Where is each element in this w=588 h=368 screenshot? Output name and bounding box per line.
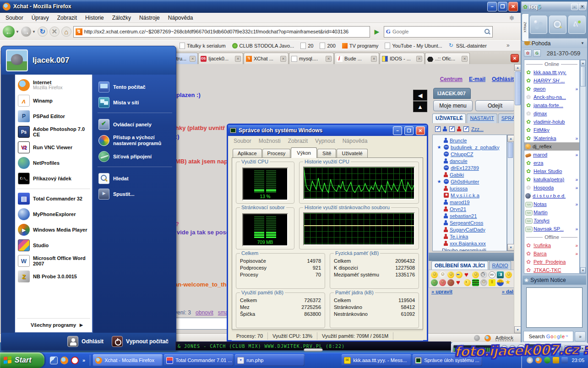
- more-icon[interactable]: »: [575, 243, 578, 248]
- chat-user-row[interactable]: Te.j.inka: [433, 233, 506, 240]
- more-icon[interactable]: »: [575, 136, 578, 141]
- chat-back-button[interactable]: ◀: [413, 90, 427, 101]
- edit-smileys-link[interactable]: » upravit: [431, 289, 452, 294]
- menu-item[interactable]: Soubor: [231, 137, 254, 145]
- icq-contact[interactable]: vladimir-holub: [524, 118, 579, 126]
- scroll-thumb[interactable]: [515, 71, 521, 105]
- tray-icon[interactable]: [553, 357, 559, 363]
- more-icon[interactable]: »: [575, 87, 578, 92]
- user-name[interactable]: marod19: [450, 200, 469, 205]
- menu-item[interactable]: Záložky: [109, 13, 135, 22]
- user-name[interactable]: ChluppCZ: [451, 152, 474, 157]
- contact-name[interactable]: erza: [534, 160, 543, 166]
- icq-scrollbar[interactable]: ▲ ▼: [580, 60, 586, 274]
- email-link[interactable]: E-mail: [469, 76, 485, 82]
- smiley-icon[interactable]: [447, 279, 454, 286]
- user-list-scrollbar[interactable]: ▲ ▼: [507, 135, 514, 251]
- restore-button[interactable]: ❐: [498, 2, 507, 11]
- smiley-icon[interactable]: [505, 271, 512, 278]
- tab-close-icon[interactable]: ✕: [326, 56, 332, 62]
- contact-name[interactable]: dj_reflex: [533, 144, 552, 149]
- xtraz-button[interactable]: [568, 16, 586, 34]
- chat-user-row[interactable]: dlrEx123789: [433, 164, 506, 171]
- icq-contact[interactable]: qwon »: [524, 85, 579, 93]
- tray-icon[interactable]: [561, 357, 568, 363]
- firefox-titlebar[interactable]: Xchat - Mozilla Firefox – ❐ ✕: [0, 0, 521, 13]
- start-menu-item[interactable]: Run VNC Viewer: [17, 140, 90, 155]
- icq-contact[interactable]: Hospoda »: [524, 184, 579, 192]
- icq-contact[interactable]: Petr_Prodejna: [524, 258, 579, 266]
- chat-user-row[interactable]: Bruncle: [433, 137, 506, 144]
- icq-status-row[interactable]: Pohoda ▼: [522, 38, 587, 48]
- flower-grid-icon[interactable]: ✿: [524, 49, 532, 57]
- contact-name[interactable]: d.i.s.t.u.r.b.e.d.: [533, 193, 566, 199]
- smiley-icon[interactable]: [439, 271, 446, 278]
- icq-contact[interactable]: Anck-shu-na...: [524, 93, 579, 101]
- taskbar-window-button[interactable]: run.php: [235, 354, 305, 366]
- user-name[interactable]: dancule: [450, 158, 468, 164]
- start-menu-item[interactable]: Windows Media Player: [17, 222, 90, 238]
- browser-tab[interactable]: ..:: Ofic... ✕: [425, 53, 470, 64]
- xtraz-tab[interactable]: XTRAZ: [522, 13, 528, 42]
- logout-link[interactable]: Odhlásit: [492, 76, 514, 82]
- scroll-down-icon[interactable]: ▼: [507, 244, 514, 251]
- scroll-up-icon[interactable]: ▲: [580, 60, 586, 66]
- tab-close-icon[interactable]: ✕: [462, 56, 468, 62]
- chat-user-row[interactable]: SergeantCross: [433, 219, 506, 226]
- contact-name[interactable]: HARRY SH ...: [534, 78, 565, 83]
- user-name[interactable]: budulinek_z_pohadky: [451, 145, 499, 150]
- bookmark-item[interactable]: Titulky k serialum: [180, 43, 226, 49]
- smiley-icon[interactable]: [472, 279, 479, 286]
- firefox-status-icon[interactable]: [485, 335, 491, 341]
- user-name[interactable]: SugaryCatDady: [450, 227, 485, 233]
- zzz-filter-link[interactable]: Zzz...: [471, 126, 484, 132]
- user-name[interactable]: xxx.Bajanka.xxx: [450, 241, 486, 246]
- system-notice-bar[interactable]: ❀ System Notice: [523, 276, 586, 285]
- close-button[interactable]: ✕: [416, 126, 425, 135]
- start-menu-item[interactable]: Místa v síti: [98, 95, 172, 113]
- chat-user-row[interactable]: Oryn21: [433, 206, 506, 212]
- start-menu-item[interactable]: Winamp: [17, 93, 90, 108]
- contact-name[interactable]: Notas: [534, 201, 547, 207]
- forward-dropdown-icon[interactable]: ▼: [32, 30, 36, 34]
- icq-contact[interactable]: FitMiky: [524, 126, 579, 134]
- chat-user-row[interactable]: Gabiki: [433, 171, 506, 178]
- user-name[interactable]: sebastian21: [450, 213, 477, 219]
- start-menu-item[interactable]: Ovládací panely: [98, 117, 172, 132]
- close-button[interactable]: ✕: [579, 4, 586, 10]
- task-manager-tab[interactable]: Uživatelé: [337, 149, 367, 157]
- contact-name[interactable]: Anck-shu-na...: [534, 94, 566, 100]
- stop-button[interactable]: ✕: [49, 27, 60, 37]
- smiley-icon[interactable]: [464, 271, 471, 278]
- browser-tab[interactable]: Ijacek0... ✕: [198, 53, 243, 64]
- icq-contact[interactable]: Helax Studio: [524, 167, 579, 175]
- contact-name[interactable]: janata-forte...: [534, 103, 563, 108]
- icq-contact[interactable]: JTKAC-TKC: [524, 266, 579, 274]
- tab-close-icon[interactable]: ✕: [190, 56, 196, 62]
- tab-close-icon[interactable]: ✕: [280, 56, 286, 62]
- smiley-icon[interactable]: [505, 279, 512, 286]
- chat-user-row[interactable]: lucisssa: [433, 185, 506, 192]
- contact-name[interactable]: Tondys: [534, 218, 550, 223]
- scroll-thumb[interactable]: [580, 66, 586, 87]
- bookmark-item[interactable]: YouTube - My Ubunt...: [385, 43, 442, 49]
- more-icon[interactable]: »: [575, 152, 578, 157]
- menu-item[interactable]: Nápověda: [164, 13, 197, 22]
- icq-contact[interactable]: Tondys: [524, 216, 579, 225]
- more-icon[interactable]: »: [575, 251, 578, 256]
- bookmarks-overflow-icon[interactable]: »: [506, 42, 510, 49]
- more-icon[interactable]: »: [575, 185, 578, 190]
- search-engine-icon[interactable]: G: [386, 28, 391, 35]
- forward-button[interactable]: →: [21, 27, 31, 37]
- chat-user-row[interactable]: ★ Gh0stHunter: [433, 178, 506, 185]
- more-icon[interactable]: »: [575, 202, 578, 207]
- start-menu-item[interactable]: Studio: [17, 238, 90, 253]
- filter-checkbox[interactable]: [449, 126, 455, 132]
- user-name[interactable]: lucisssa: [450, 186, 468, 191]
- start-menu-item[interactable]: MyPhoneExplorer: [17, 206, 90, 222]
- start-button[interactable]: Start: [0, 352, 44, 368]
- bookmark-item[interactable]: 20: [300, 43, 313, 49]
- icq-contact[interactable]: marod »: [524, 151, 579, 159]
- menu-item[interactable]: Zobrazit: [54, 13, 81, 22]
- taskbar-window-button[interactable]: Xchat - Mozilla Firefox: [93, 354, 163, 366]
